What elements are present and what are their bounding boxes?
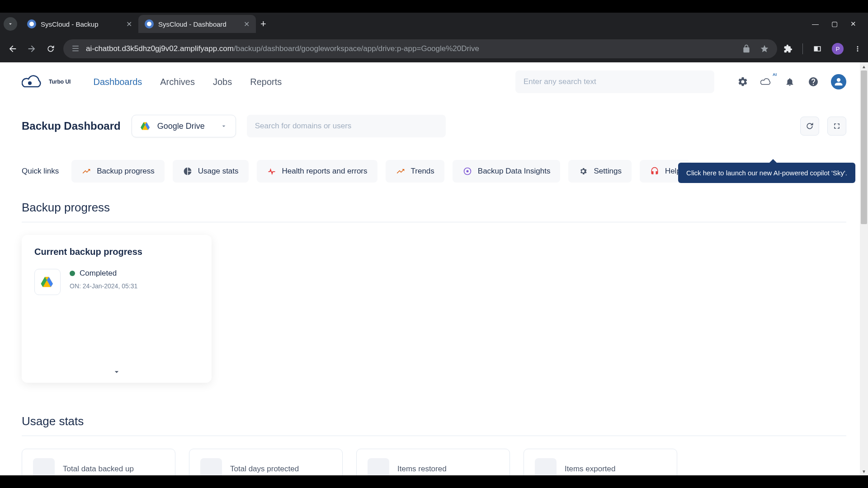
main-nav: Dashboards Archives Jobs Reports xyxy=(93,77,282,87)
window-controls: — ▢ ✕ xyxy=(812,20,864,28)
svg-point-4 xyxy=(466,170,468,173)
stat-icon xyxy=(33,458,55,475)
bell-icon[interactable] xyxy=(784,76,796,88)
usage-card[interactable]: Items exported xyxy=(524,449,677,475)
quick-link-usage-stats[interactable]: Usage stats xyxy=(173,160,249,183)
url-input[interactable]: ai-chatbot.d3k5dhz0gj9v02.amplifyapp.com… xyxy=(63,39,777,58)
insights-icon xyxy=(462,166,472,176)
status-text: Completed xyxy=(80,269,117,278)
browser-chrome: SysCloud - Backup ✕ SysCloud - Dashboard… xyxy=(0,13,868,62)
site-settings-icon[interactable] xyxy=(71,45,80,53)
usage-card[interactable]: Items restored xyxy=(356,449,510,475)
svg-point-2 xyxy=(28,81,32,85)
browser-menu-icon[interactable] xyxy=(854,45,862,53)
gear-icon[interactable] xyxy=(737,76,749,88)
quick-link-trends[interactable]: Trends xyxy=(386,160,444,183)
tab-close-icon[interactable]: ✕ xyxy=(244,20,250,28)
ai-tooltip: Click here to launch our new AI-powered … xyxy=(678,163,855,183)
svg-point-0 xyxy=(29,22,34,26)
logo[interactable]: Turbo UI xyxy=(22,73,71,90)
quick-link-label: Settings xyxy=(594,167,621,176)
domain-search-input[interactable]: Search for domains or users xyxy=(247,115,446,137)
browser-tab[interactable]: SysCloud - Backup ✕ xyxy=(21,15,138,33)
quick-link-label: Trends xyxy=(411,167,434,176)
connector-dropdown[interactable]: Google Drive xyxy=(132,115,236,137)
scrollbar-thumb[interactable] xyxy=(861,70,867,224)
tab-bar: SysCloud - Backup ✕ SysCloud - Dashboard… xyxy=(0,13,868,35)
header-actions: AI xyxy=(737,74,846,89)
headset-icon xyxy=(650,166,660,176)
stat-icon xyxy=(535,458,557,475)
dashboard-title-row: Backup Dashboard Google Drive Search for… xyxy=(22,110,846,151)
tabs-dropdown-button[interactable] xyxy=(4,17,17,31)
tab-favicon-icon xyxy=(145,19,154,28)
back-button[interactable] xyxy=(6,42,19,55)
url-text: ai-chatbot.d3k5dhz0gj9v02.amplifyapp.com… xyxy=(86,44,479,53)
quick-links-label: Quick links xyxy=(22,167,59,176)
browser-actions: P xyxy=(783,43,862,55)
reload-button[interactable] xyxy=(44,42,57,55)
app-header: Turbo UI Dashboards Archives Jobs Report… xyxy=(0,62,868,101)
stat-icon xyxy=(368,458,389,475)
google-drive-icon xyxy=(34,269,61,295)
ai-copilot-icon[interactable]: AI xyxy=(760,76,772,88)
avatar[interactable] xyxy=(831,74,846,89)
logo-text: Turbo UI xyxy=(49,79,71,85)
search-placeholder: Enter any search text xyxy=(524,77,596,86)
password-icon[interactable] xyxy=(742,44,751,53)
status-timestamp: ON: 24-Jan-2024, 05:31 xyxy=(70,282,137,290)
help-icon[interactable] xyxy=(807,76,819,88)
usage-card-label: Total days protected xyxy=(230,465,299,474)
new-tab-button[interactable]: + xyxy=(256,16,271,32)
app-shell: Turbo UI Dashboards Archives Jobs Report… xyxy=(0,62,868,475)
tab-close-icon[interactable]: ✕ xyxy=(126,20,132,28)
quick-link-data-insights[interactable]: Backup Data Insights xyxy=(453,160,561,183)
scroll-up-icon[interactable]: ▲ xyxy=(860,62,868,70)
quick-link-settings[interactable]: Settings xyxy=(568,160,631,183)
minimize-button[interactable]: — xyxy=(812,20,819,28)
usage-card[interactable]: Total data backed up xyxy=(22,449,175,475)
usage-card[interactable]: Total days protected xyxy=(189,449,343,475)
profile-button[interactable]: P xyxy=(832,43,844,55)
forward-button[interactable] xyxy=(25,42,38,55)
expand-button[interactable] xyxy=(827,117,846,136)
connector-name: Google Drive xyxy=(157,122,205,131)
card-expand-button[interactable] xyxy=(34,295,199,376)
cloud-logo-icon xyxy=(22,73,44,90)
usage-card-label: Items exported xyxy=(565,465,615,474)
global-search-input[interactable]: Enter any search text xyxy=(515,70,714,93)
close-window-button[interactable]: ✕ xyxy=(850,20,856,28)
browser-tab-active[interactable]: SysCloud - Dashboard ✕ xyxy=(138,15,256,33)
nav-archives[interactable]: Archives xyxy=(160,77,195,87)
tab-favicon-icon xyxy=(27,19,36,28)
quick-link-backup-progress[interactable]: Backup progress xyxy=(71,160,165,183)
bookmark-icon[interactable] xyxy=(760,44,769,53)
section-title-backup: Backup progress xyxy=(22,201,846,222)
extensions-icon[interactable] xyxy=(783,44,793,53)
quick-link-label: Backup Data Insights xyxy=(478,167,551,176)
refresh-button[interactable] xyxy=(800,117,819,136)
card-title: Current backup progress xyxy=(34,247,199,257)
scroll-down-icon[interactable]: ▼ xyxy=(860,467,868,475)
maximize-button[interactable]: ▢ xyxy=(831,20,838,28)
stat-icon xyxy=(200,458,222,475)
quick-link-health-reports[interactable]: Health reports and errors xyxy=(257,160,377,183)
sidepanel-icon[interactable] xyxy=(813,44,822,53)
nav-dashboards[interactable]: Dashboards xyxy=(93,77,142,87)
nav-reports[interactable]: Reports xyxy=(250,77,282,87)
tab-title: SysCloud - Dashboard xyxy=(158,20,239,28)
svg-point-1 xyxy=(147,22,151,26)
url-bar: ai-chatbot.d3k5dhz0gj9v02.amplifyapp.com… xyxy=(0,35,868,62)
nav-jobs[interactable]: Jobs xyxy=(213,77,232,87)
quick-link-label: Backup progress xyxy=(97,167,155,176)
usage-cards: Total data backed up Total days protecte… xyxy=(22,449,846,475)
tab-title: SysCloud - Backup xyxy=(41,20,122,28)
trend-up-icon xyxy=(81,166,91,176)
page-content: Backup Dashboard Google Drive Search for… xyxy=(0,101,868,475)
usage-card-label: Total data backed up xyxy=(63,465,134,474)
quick-link-label: Health reports and errors xyxy=(282,167,368,176)
scrollbar-track[interactable]: ▲ ▼ xyxy=(860,62,868,475)
quick-link-label: Usage stats xyxy=(198,167,239,176)
trend-up-icon xyxy=(396,166,406,176)
backup-progress-card: Current backup progress Completed ON: 24… xyxy=(22,235,212,383)
